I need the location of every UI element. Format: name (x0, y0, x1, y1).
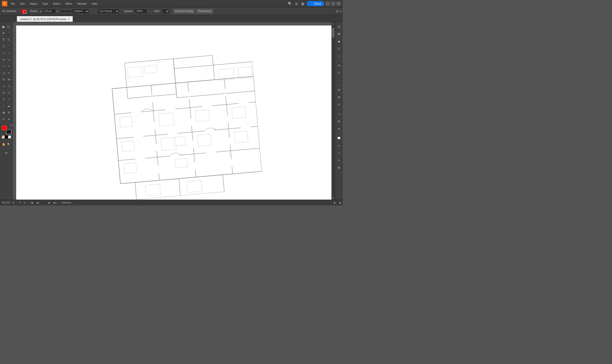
rotate-tool[interactable]: ↻ (1, 76, 6, 83)
libraries-btn[interactable]: ⊞ (336, 31, 342, 37)
history-btn[interactable]: ≡ (336, 157, 342, 163)
swatches-btn[interactable]: ⊟ (336, 87, 342, 93)
layout-icon[interactable]: ⊞ (294, 1, 299, 6)
scroll-thumb-v[interactable] (332, 28, 334, 38)
toolbar-extra-1[interactable]: ⊞ (336, 10, 339, 13)
artboard-last-btn[interactable]: ▶| (53, 201, 57, 204)
stroke-cap-select[interactable]: 5 pt. Round (97, 9, 119, 14)
status-expand-btn-2[interactable]: ◀ (339, 201, 341, 204)
blob-brush-tool[interactable]: ⬭ (6, 56, 12, 63)
artboard-prev-btn[interactable]: ◀ (36, 201, 39, 204)
line-tool[interactable]: / (1, 43, 6, 50)
rotation-arrow[interactable]: ▼ (23, 201, 26, 204)
stroke-value-input[interactable] (42, 9, 56, 14)
maximize-button[interactable]: □ (331, 1, 335, 6)
stroke-color[interactable] (23, 10, 27, 14)
swap-icon[interactable]: ⇄ (11, 124, 13, 127)
opentype-btn[interactable]: ○ (336, 77, 342, 83)
stroke-up-arrow[interactable]: ▲ (40, 10, 42, 13)
curvature-tool[interactable]: ⌒ (6, 30, 12, 37)
none-swatch[interactable] (2, 136, 5, 138)
layers-btn[interactable]: ≡ (336, 142, 342, 149)
pencil-tool[interactable]: ✎ (6, 63, 12, 69)
artboard-btn[interactable]: □ (336, 53, 342, 59)
hand-tool[interactable]: ✋ (1, 141, 6, 147)
toolbar-extra-2[interactable]: ≡ (340, 10, 341, 13)
menu-type[interactable]: Type (41, 2, 50, 6)
eyedropper-tool[interactable]: ⊘ (1, 116, 6, 122)
character-btn[interactable]: A (336, 62, 342, 69)
scroll-down-arrow[interactable]: ▼ (332, 196, 335, 200)
mesh-tool[interactable]: ⊞ (6, 109, 12, 116)
style-select[interactable] (162, 9, 169, 14)
document-setup-button[interactable]: Document Setup (173, 9, 195, 14)
menu-file[interactable]: File (9, 2, 17, 6)
colorguide-btn[interactable]: ⊙ (336, 101, 342, 108)
menu-select[interactable]: Select (51, 2, 62, 6)
eraser-tool[interactable]: ◁ (1, 70, 6, 76)
warp-tool[interactable]: ⊛ (1, 90, 6, 96)
stroke-style-select[interactable]: Uniform (72, 9, 89, 14)
minimize-button[interactable]: — (326, 1, 330, 6)
artboard-next-btn[interactable]: ▶ (48, 201, 51, 204)
properties-btn[interactable]: ⊡ (336, 24, 342, 30)
fill-swatch[interactable] (1, 125, 8, 131)
blend-tool[interactable]: ⊛ (6, 116, 12, 122)
shaper-tool[interactable]: ⬡ (1, 63, 6, 69)
gradient-tool[interactable]: ▦ (1, 109, 6, 116)
tab-close-button[interactable]: ✕ (68, 18, 70, 20)
paragraph-btn[interactable]: ¶ (336, 70, 342, 76)
menu-help[interactable]: Help (90, 2, 99, 6)
close-button[interactable]: ✕ (336, 1, 341, 6)
scissors-tool[interactable]: ✂ (6, 70, 12, 76)
pathfinder-btn[interactable]: ⊗ (336, 126, 342, 132)
menu-edit[interactable]: Edit (19, 2, 26, 6)
shear-tool[interactable]: ⤡ (6, 83, 12, 89)
more-tools[interactable]: ••• (1, 150, 12, 156)
status-expand-btn[interactable]: ▶ (334, 201, 336, 204)
rectangle-tool[interactable]: □ (1, 50, 6, 56)
reshape-tool[interactable]: ⊙ (6, 90, 12, 96)
direct-select-tool[interactable]: ▷ (6, 24, 12, 30)
opacity-arrow[interactable]: › (148, 9, 149, 13)
reflect-tool[interactable]: ⇌ (6, 76, 12, 83)
ellipse-tool[interactable]: ○ (6, 50, 12, 56)
share-button[interactable]: 👤 Share (307, 1, 324, 6)
tab-document[interactable]: Untitled-1* @ 66.67% (CMYK/Preview) ✕ (17, 16, 73, 22)
search-icon[interactable]: 🔍 (288, 1, 293, 6)
grid-btn[interactable]: ⊞ (336, 164, 342, 171)
selection-tool[interactable]: ▶ (1, 24, 6, 30)
color-btn[interactable]: ⊕ (336, 94, 342, 100)
menu-object[interactable]: Object (28, 2, 39, 6)
puppet-warp-tool[interactable]: ⌖ (6, 96, 12, 103)
vertical-scrollbar[interactable]: ▲ ▼ (332, 22, 335, 200)
panel-icon[interactable]: ▣ (300, 1, 305, 6)
transform-btn[interactable]: ⌖ (336, 111, 342, 117)
bar-chart-tool[interactable]: ▬ (6, 103, 12, 109)
menu-window[interactable]: Window (76, 2, 88, 6)
pen-tool[interactable]: ✒ (1, 30, 6, 37)
asset-export-btn[interactable]: □ (336, 150, 342, 156)
paintbrush-tool[interactable]: ✏ (1, 56, 6, 63)
align-btn[interactable]: ⊟ (336, 118, 342, 125)
white-swatch[interactable] (8, 136, 11, 138)
free-transform-tool[interactable]: ⊡ (1, 96, 6, 103)
touch-type-tool[interactable]: Tᵥ (6, 37, 12, 43)
opacity-input[interactable] (135, 9, 147, 14)
menu-effect[interactable]: Effect (64, 2, 74, 6)
zoom-arrow[interactable]: ▼ (12, 201, 15, 204)
live-paint-tool[interactable]: ⬚ (1, 103, 6, 109)
export-btn[interactable]: ⬡ (336, 46, 342, 52)
type-tool[interactable]: T (1, 37, 6, 43)
zoom-tool[interactable]: 🔍 (6, 141, 12, 147)
appearance-btn[interactable]: ◉ (336, 38, 342, 45)
stroke-down-arrow[interactable]: ▼ (56, 10, 58, 13)
scroll-up-arrow[interactable]: ▲ (332, 22, 335, 26)
fill-stroke-mini[interactable] (21, 9, 26, 13)
artboard-first-btn[interactable]: |◀ (30, 201, 34, 204)
black-swatch[interactable] (5, 136, 8, 138)
arc-tool[interactable]: ⌒ (6, 43, 12, 50)
scale-tool[interactable]: ⤢ (1, 83, 6, 89)
comment-btn[interactable]: 💬 (336, 135, 342, 141)
stroke-style-selector[interactable]: Uniform (60, 9, 89, 14)
